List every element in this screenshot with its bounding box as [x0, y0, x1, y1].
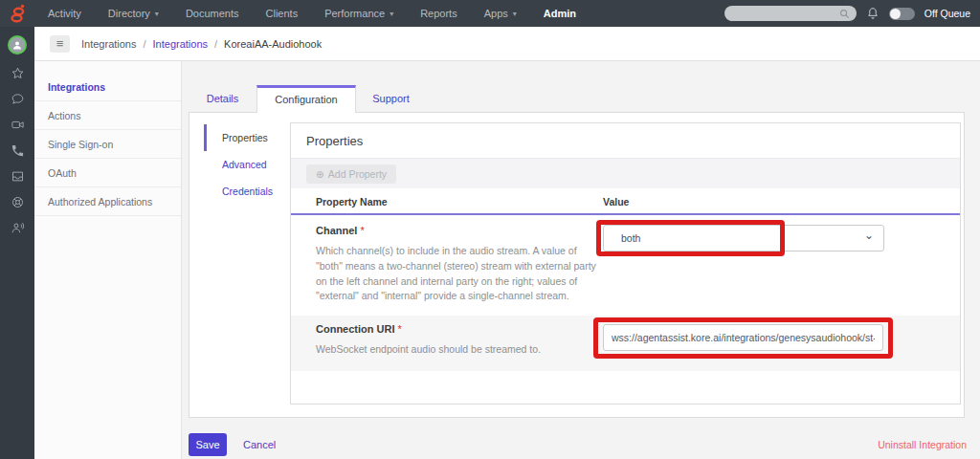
- queue-status-toggle[interactable]: [889, 8, 915, 20]
- add-property-row: ⊕ Add Property: [291, 159, 960, 188]
- sidebar-item-actions[interactable]: Actions: [34, 101, 181, 130]
- table-row-connection-uri: Connection URI* WebSocket endpoint audio…: [291, 316, 960, 371]
- chevron-down-icon: ▾: [513, 10, 517, 18]
- property-name-cell: Connection URI* WebSocket endpoint audio…: [316, 323, 603, 358]
- footer-actions: Save Cancel: [189, 433, 276, 456]
- property-value-cell: [603, 323, 943, 358]
- chat-icon[interactable]: [10, 91, 25, 106]
- sidebar-item-integrations[interactable]: Integrations: [34, 73, 181, 101]
- panel-title: Properties: [291, 123, 960, 158]
- configuration-subnav: Properties Advanced Credentials: [204, 124, 290, 205]
- required-marker: *: [398, 323, 402, 335]
- column-header-property-name: Property Name: [316, 188, 603, 215]
- subnav-advanced[interactable]: Advanced: [204, 151, 290, 178]
- property-name: Connection URI: [316, 323, 395, 335]
- top-navigation: Activity Directory▾ Documents Clients Pe…: [34, 0, 590, 27]
- nav-performance[interactable]: Performance▾: [311, 0, 407, 27]
- left-icon-rail: [0, 27, 34, 459]
- top-bar: Activity Directory▾ Documents Clients Pe…: [0, 0, 980, 27]
- favorites-star-icon[interactable]: [10, 65, 25, 80]
- breadcrumb-separator: /: [143, 38, 145, 50]
- column-header-value: Value: [603, 188, 943, 215]
- chevron-down-icon: ⌄: [864, 223, 874, 248]
- subnav-credentials[interactable]: Credentials: [204, 178, 290, 205]
- property-name-cell: Channel* Which channel(s) to include in …: [316, 225, 603, 304]
- user-presence-avatar[interactable]: [8, 35, 27, 55]
- property-name: Channel: [316, 225, 357, 236]
- integration-tabs: Details Configuration Support: [189, 86, 426, 113]
- nav-label: Admin: [544, 8, 576, 19]
- chevron-down-icon: ▾: [390, 10, 393, 18]
- add-property-button[interactable]: ⊕ Add Property: [306, 164, 396, 184]
- admin-sidebar: Integrations Actions Single Sign-on OAut…: [34, 61, 182, 459]
- phone-icon[interactable]: [10, 142, 25, 158]
- nav-reports[interactable]: Reports: [407, 0, 471, 27]
- breadcrumb-separator: /: [214, 38, 217, 50]
- property-description: Which channel(s) to include in the audio…: [316, 244, 603, 304]
- sidebar-item-single-sign-on[interactable]: Single Sign-on: [34, 130, 181, 159]
- help-ring-icon[interactable]: [10, 194, 25, 209]
- hamburger-menu-icon[interactable]: ≡: [50, 35, 70, 53]
- required-marker: *: [360, 225, 364, 236]
- agent-waves-icon[interactable]: [10, 220, 25, 235]
- notifications-bell-icon[interactable]: [866, 7, 880, 20]
- genesys-logo-icon: [6, 2, 29, 25]
- video-camera-icon[interactable]: [10, 117, 25, 132]
- nav-label: Reports: [420, 8, 457, 19]
- nav-label: Performance: [324, 8, 385, 19]
- nav-label: Documents: [186, 8, 239, 19]
- uninstall-integration-button[interactable]: Uninstall Integration: [878, 439, 967, 450]
- nav-documents[interactable]: Documents: [172, 0, 253, 27]
- topbar-right-group: Off Queue: [724, 6, 980, 21]
- table-row-channel: Channel* Which channel(s) to include in …: [291, 215, 960, 316]
- user-icon: [11, 39, 23, 51]
- sidebar-item-oauth[interactable]: OAuth: [34, 159, 181, 187]
- breadcrumb-item-link[interactable]: Integrations: [153, 38, 208, 50]
- subnav-properties[interactable]: Properties: [204, 124, 290, 151]
- property-description: WebSocket endpoint audio should be strea…: [316, 342, 603, 358]
- tab-configuration[interactable]: Configuration: [256, 85, 356, 113]
- breadcrumb-item-current: KoreaiAA-Audiohook: [224, 38, 322, 50]
- nav-label: Apps: [484, 8, 508, 19]
- configuration-card: Properties Advanced Credentials Properti…: [189, 112, 965, 418]
- inbox-icon[interactable]: [10, 168, 25, 184]
- connection-uri-input[interactable]: [603, 324, 883, 351]
- channel-select-value: both: [621, 232, 640, 244]
- tab-support[interactable]: Support: [356, 86, 426, 112]
- search-icon: [839, 9, 850, 19]
- breadcrumb-bar: ≡ Integrations / Integrations / KoreaiAA…: [34, 27, 980, 61]
- nav-directory[interactable]: Directory▾: [95, 0, 172, 27]
- search-container: [724, 6, 857, 21]
- nav-label: Activity: [48, 8, 81, 19]
- cancel-button[interactable]: Cancel: [243, 439, 276, 450]
- nav-admin[interactable]: Admin: [530, 0, 590, 27]
- nav-apps[interactable]: Apps▾: [471, 0, 530, 27]
- channel-select[interactable]: both ⌄: [603, 225, 884, 251]
- search-input[interactable]: [724, 6, 857, 21]
- sidebar-item-authorized-applications[interactable]: Authorized Applications: [34, 187, 181, 216]
- plus-circle-icon: ⊕: [316, 168, 324, 180]
- breadcrumb-item: Integrations: [81, 38, 136, 50]
- save-button[interactable]: Save: [189, 433, 227, 456]
- nav-clients[interactable]: Clients: [253, 0, 312, 27]
- nav-label: Clients: [266, 8, 299, 19]
- property-value-cell: both ⌄: [603, 225, 943, 304]
- chevron-down-icon: ▾: [155, 10, 159, 18]
- off-queue-label: Off Queue: [924, 8, 970, 19]
- genesys-logo[interactable]: [0, 0, 34, 27]
- nav-label: Directory: [108, 8, 150, 19]
- add-property-label: Add Property: [328, 168, 387, 180]
- breadcrumb: Integrations / Integrations / KoreaiAA-A…: [81, 38, 322, 50]
- toggle-knob: [890, 9, 901, 19]
- nav-activity[interactable]: Activity: [34, 0, 95, 27]
- properties-table-header: Property Name Value: [291, 188, 960, 215]
- tab-details[interactable]: Details: [189, 86, 256, 112]
- properties-panel: Properties ⊕ Add Property Property Name …: [290, 122, 961, 404]
